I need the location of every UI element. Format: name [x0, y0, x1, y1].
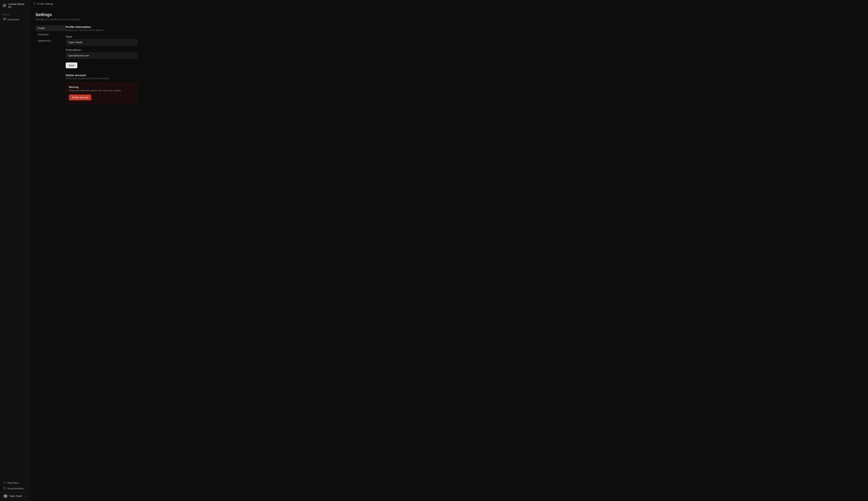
settings-nav: Profile Password Appearance [35, 25, 66, 104]
sidebar-item-repository[interactable]: Repository [1, 480, 29, 486]
delete-account-button[interactable]: Delete account [69, 95, 91, 100]
svg-rect-9 [4, 487, 6, 489]
sidebar-item-dashboard[interactable]: Dashboard [1, 17, 29, 22]
email-field-group: Email address [66, 49, 137, 58]
svg-rect-6 [3, 19, 4, 20]
settings-content: Profile information Update your name and… [66, 25, 137, 104]
sidebar-item-label-documentation: Documentation [7, 487, 24, 490]
svg-rect-7 [5, 19, 6, 20]
warning-title: Warning [69, 86, 134, 88]
chevron-icon: ⇅ [25, 495, 27, 498]
settings-layout: Profile Password Appearance Profile info… [35, 25, 863, 104]
delete-account-section: Delete account Delete your account and a… [66, 74, 137, 104]
delete-section-subtitle: Delete your account and all of its resou… [66, 77, 137, 80]
sidebar-item-label-dashboard: Dashboard [7, 18, 19, 21]
svg-rect-10 [33, 2, 36, 5]
page-title: Settings [35, 12, 863, 17]
folder-icon [3, 481, 6, 484]
name-field-group: Name [66, 35, 137, 45]
avatar: TO [3, 494, 8, 498]
grid-icon [3, 18, 6, 21]
svg-rect-3 [5, 6, 6, 7]
user-info: Taylor Otwell [9, 495, 23, 498]
user-name: Taylor Otwell [9, 495, 23, 498]
settings-nav-password[interactable]: Password [35, 32, 66, 38]
name-label: Name [66, 35, 137, 38]
topbar: Profile settings [30, 0, 868, 8]
svg-rect-2 [3, 6, 4, 7]
app-title: Laravel Starter Kit [8, 3, 28, 8]
profile-section-title: Profile information [66, 25, 137, 29]
delete-section-title: Delete account [66, 74, 137, 77]
topbar-title: Profile settings [37, 2, 53, 5]
settings-nav-appearance[interactable]: Appearance [35, 38, 66, 44]
svg-rect-4 [3, 18, 4, 19]
profile-information-section: Profile information Update your name and… [66, 25, 137, 74]
main-content: Profile settings Settings Manage your pr… [30, 0, 868, 501]
settings-nav-profile[interactable]: Profile [35, 25, 66, 31]
save-button[interactable]: Save [66, 62, 77, 68]
platform-label: Platform [0, 11, 30, 17]
book-icon [3, 487, 6, 490]
user-profile-item[interactable]: TO Taylor Otwell ⇅ [1, 492, 29, 500]
svg-rect-5 [5, 18, 6, 19]
layout-icon [33, 2, 36, 5]
app-icon [2, 3, 7, 8]
content-area: Settings Manage your profile and account… [30, 8, 868, 501]
page-subtitle: Manage your profile and account settings [35, 18, 863, 21]
name-input[interactable] [66, 39, 137, 45]
sidebar: Laravel Starter Kit Platform Dashboard R… [0, 0, 30, 501]
sidebar-item-label-repository: Repository [7, 481, 19, 484]
sidebar-bottom: Repository Documentation TO Taylor Otwel… [0, 478, 30, 501]
svg-rect-1 [5, 4, 6, 5]
email-label: Email address [66, 49, 137, 51]
svg-rect-8 [3, 487, 5, 489]
sidebar-header: Laravel Starter Kit [0, 0, 30, 11]
warning-box: Warning Please proceed with caution, thi… [66, 83, 137, 104]
warning-text: Please proceed with caution, this cannot… [69, 89, 134, 92]
profile-section-subtitle: Update your name and email address [66, 29, 137, 32]
sidebar-item-documentation[interactable]: Documentation [1, 486, 29, 491]
svg-rect-0 [3, 4, 4, 5]
email-input[interactable] [66, 52, 137, 58]
